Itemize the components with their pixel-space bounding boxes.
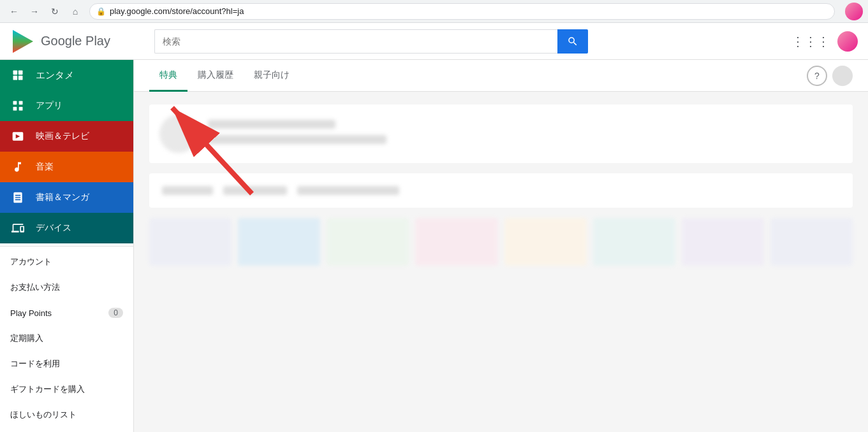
google-play-logo-icon [10, 29, 36, 54]
url-text: play.google.com/store/account?hl=ja [110, 6, 244, 16]
card-3 [327, 218, 409, 266]
sidebar-item-home[interactable]: エンタメ [0, 60, 133, 90]
profile-section [149, 104, 853, 163]
tabs-bar: 特典 購入履歴 親子向け ? [134, 60, 868, 92]
grid-icon[interactable]: ⋮⋮⋮ [791, 34, 830, 49]
search-button[interactable] [557, 29, 588, 54]
logo-area: Google Play [10, 29, 144, 54]
back-button[interactable]: ← [5, 3, 23, 20]
play-points-badge: 0 [108, 308, 123, 318]
app-container: Google Play ⋮⋮⋮ [0, 23, 868, 432]
svg-marker-0 [13, 30, 33, 53]
svg-rect-5 [13, 101, 17, 105]
tab-family[interactable]: 親子向け [244, 60, 300, 92]
apps-icon [10, 98, 26, 113]
header-right: ⋮⋮⋮ [791, 31, 858, 52]
tabs-right: ? [807, 66, 853, 91]
blurred-email [208, 135, 386, 144]
svg-rect-4 [18, 76, 23, 80]
content-area: エンタメ アプリ [0, 60, 868, 432]
wishlist-label: ほしいものリスト [10, 409, 77, 421]
svg-rect-8 [19, 107, 23, 111]
content-body [134, 92, 868, 278]
sidebar-item-giftcard[interactable]: ギフトカードを購入 [0, 377, 133, 402]
card-7 [682, 218, 764, 266]
card-1 [149, 218, 232, 266]
account-label: アカウント [10, 256, 52, 268]
svg-rect-6 [19, 101, 23, 105]
sidebar-movies-label: 映画＆テレビ [36, 131, 89, 142]
search-icon [567, 36, 578, 47]
header-avatar[interactable] [837, 31, 858, 52]
sidebar-item-movies[interactable]: 映画＆テレビ [0, 121, 133, 152]
profile-info [208, 115, 842, 144]
card-4 [415, 218, 497, 266]
svg-rect-1 [13, 71, 18, 75]
blurred-mid-items [162, 186, 399, 195]
card-2 [238, 218, 320, 266]
sidebar-item-wishlist[interactable]: ほしいものリスト [0, 402, 133, 428]
sidebar-item-apps[interactable]: アプリ [0, 90, 133, 121]
card-5 [504, 218, 587, 266]
sidebar-apps-label: アプリ [36, 100, 63, 112]
sidebar-item-activity[interactable]: マイ アクティビティ [0, 428, 133, 432]
blurred-name [208, 120, 335, 129]
blurred-mid-3 [297, 186, 399, 195]
sidebar: エンタメ アプリ [0, 60, 134, 432]
play-points-label: Play Points [10, 308, 52, 318]
lock-icon: 🔒 [96, 7, 106, 16]
tabs-left: 特典 購入履歴 親子向け [149, 60, 300, 91]
redeem-label: コードを利用 [10, 358, 60, 370]
browser-avatar [845, 3, 863, 20]
search-input[interactable] [154, 29, 557, 54]
refresh-button[interactable]: ↻ [46, 3, 64, 20]
tab-purchase-history[interactable]: 購入履歴 [188, 60, 244, 92]
user-thumbnail [832, 66, 853, 86]
search-area [154, 29, 588, 54]
devices-icon [10, 220, 26, 236]
home-icon [10, 68, 26, 83]
music-icon [10, 159, 26, 175]
books-icon [10, 190, 26, 205]
top-header: Google Play ⋮⋮⋮ [0, 23, 868, 60]
subscription-label: 定期購入 [10, 333, 43, 344]
blurred-mid-1 [162, 186, 213, 195]
svg-rect-3 [13, 76, 18, 80]
payment-label: お支払い方法 [10, 282, 60, 293]
forward-button[interactable]: → [26, 3, 43, 20]
sidebar-music-label: 音楽 [36, 161, 54, 173]
sidebar-item-payment[interactable]: お支払い方法 [0, 275, 133, 300]
movies-icon [10, 129, 26, 144]
sidebar-home-label: エンタメ [36, 69, 74, 82]
browser-nav-buttons: ← → ↻ ⌂ [5, 3, 84, 20]
main-content: 特典 購入履歴 親子向け ? [134, 60, 868, 432]
tab-benefits[interactable]: 特典 [149, 60, 188, 92]
sidebar-item-redeem[interactable]: コードを利用 [0, 351, 133, 377]
browser-right [845, 3, 863, 20]
card-8 [770, 218, 853, 266]
sidebar-item-account[interactable]: アカウント [0, 249, 133, 275]
help-button[interactable]: ? [807, 66, 827, 86]
bottom-cards-row [149, 218, 853, 266]
mid-section [149, 173, 853, 208]
sidebar-devices-label: デバイス [36, 222, 71, 234]
sidebar-item-subscription[interactable]: 定期購入 [0, 326, 133, 351]
giftcard-label: ギフトカードを購入 [10, 384, 85, 395]
avatar-placeholder [159, 115, 198, 153]
blurred-mid-2 [223, 186, 287, 195]
sidebar-divider [0, 246, 133, 247]
browser-chrome: ← → ↻ ⌂ 🔒 play.google.com/store/account?… [0, 0, 868, 23]
home-button[interactable]: ⌂ [66, 3, 84, 20]
sidebar-item-music[interactable]: 音楽 [0, 152, 133, 182]
content-wrapper [134, 92, 868, 278]
svg-rect-7 [13, 107, 17, 111]
address-bar[interactable]: 🔒 play.google.com/store/account?hl=ja [89, 3, 835, 20]
sidebar-item-books[interactable]: 書籍＆マンガ [0, 182, 133, 213]
sidebar-item-devices[interactable]: デバイス [0, 213, 133, 243]
sidebar-item-play-points[interactable]: Play Points 0 [0, 300, 133, 326]
card-6 [593, 218, 675, 266]
logo-text: Google Play [41, 34, 110, 48]
svg-rect-2 [18, 71, 23, 75]
sidebar-books-label: 書籍＆マンガ [36, 192, 89, 203]
